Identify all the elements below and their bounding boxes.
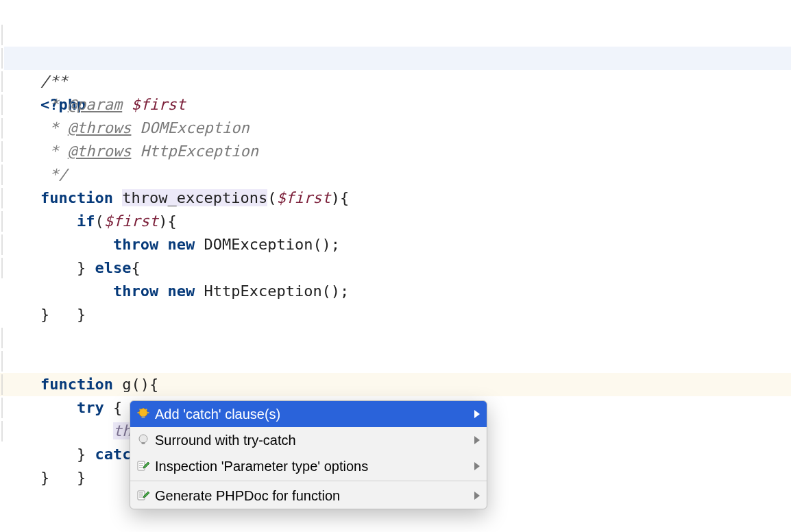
fold-guide [0,258,4,278]
intention-label: Add 'catch' clause(s) [151,407,467,422]
doc-throws-type: DOMException [141,119,250,136]
lightbulb-icon [136,407,151,422]
code-line[interactable]: /** [0,23,791,47]
lightbulb-icon [136,433,151,448]
fold-guide [0,25,4,45]
fold-guide [0,328,4,348]
doc-throws-tag: @throws [68,143,132,160]
brace-close: } [40,469,49,486]
pencil-icon [136,488,151,503]
brace-close: } [40,306,49,323]
keyword-try: try [77,399,104,416]
keyword-new: new [167,236,195,253]
docblock-close: */ [40,166,68,183]
popup-separator [130,481,487,481]
intention-surround-try-catch[interactable]: Surround with try-catch [130,427,487,453]
keyword-throw: throw [113,236,158,253]
fold-guide [0,188,4,208]
intention-label: Generate PHPDoc for function [151,488,467,504]
intention-add-catch-clause[interactable]: Add 'catch' clause(s) [130,401,487,427]
fold-guide [0,234,4,255]
code-line[interactable]: if($first){ [0,163,791,186]
pencil-icon [136,459,151,474]
fold-guide [0,71,4,92]
chevron-right-icon [474,436,480,444]
fold-guide [0,351,4,372]
class-httpexception: HttpException(); [204,282,349,300]
fold-guide [0,165,4,185]
code-line[interactable]: * @throws DOMException [0,70,791,93]
keyword-if: if [77,213,95,230]
doc-throws-tag: @throws [68,119,132,136]
code-editor[interactable]: <?php /** * @param $first * @throws DOME… [0,0,791,532]
code-line[interactable]: try { [0,350,791,373]
chevron-right-icon [474,410,480,418]
chevron-right-icon [474,462,480,470]
intention-label: Surround with try-catch [151,433,467,448]
doc-throws-type: HttpException [141,143,258,160]
class-domexception: DOMException(); [204,236,340,253]
param-var: $first [276,189,330,206]
svg-rect-1 [142,416,145,418]
docblock-star: * [40,96,68,113]
svg-rect-3 [142,442,145,444]
function-name-g: g [122,376,131,393]
docblock-open: /** [40,73,68,90]
fold-guide [0,211,4,232]
keyword-function: function [40,189,113,206]
fold-guide [0,118,4,138]
chevron-right-icon [474,492,480,500]
keyword-else: else [95,259,131,276]
code-line[interactable]: <?php [0,0,791,23]
fold-guide [0,374,4,395]
function-name: throw_exceptions [122,189,267,206]
code-line[interactable]: function g(){ [0,326,791,350]
fold-guide [0,141,4,162]
fold-guide [0,95,4,115]
doc-param-tag: @param [68,96,122,113]
doc-param-var: $first [131,96,185,113]
intention-label: Inspection 'Parameter type' options [151,459,467,474]
code-line[interactable] [0,303,791,326]
intention-inspection-options[interactable]: Inspection 'Parameter type' options [130,453,487,479]
fold-guide [0,398,4,418]
fold-guide [0,421,4,442]
fold-guide [0,48,4,69]
intention-generate-phpdoc[interactable]: Generate PHPDoc for function [130,483,487,509]
intention-actions-popup[interactable]: Add 'catch' clause(s) Surround with try-… [130,400,487,509]
svg-point-2 [139,435,147,443]
